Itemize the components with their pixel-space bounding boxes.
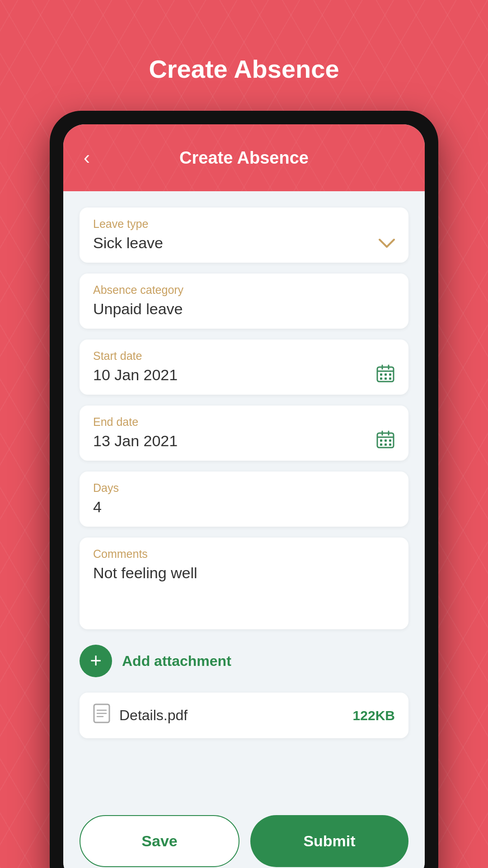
end-date-value: 13 Jan 2021 [93,432,395,450]
file-document-icon [93,703,110,727]
add-attachment-row: + Add attachment [80,640,408,682]
svg-rect-18 [385,443,387,446]
svg-rect-14 [380,439,382,442]
leave-type-label: Leave type [93,217,395,231]
start-date-label: Start date [93,349,395,363]
end-date-label: End date [93,415,395,429]
save-button[interactable]: Save [80,815,239,867]
svg-rect-19 [389,443,391,446]
submit-button[interactable]: Submit [250,815,408,867]
calendar-icon[interactable] [376,364,395,385]
absence-category-value: Unpaid leave [93,300,395,318]
file-name: Details.pdf [119,707,344,724]
add-attachment-label: Add attachment [122,653,231,670]
comments-field[interactable]: Comments Not feeling well [80,538,408,629]
phone-screen: ‹ Create Absence Leave type Sick leave A… [63,124,425,868]
file-size: 122KB [353,708,395,723]
svg-rect-8 [385,377,387,380]
svg-rect-4 [380,373,382,376]
form-area: Leave type Sick leave Absence category U… [63,191,425,802]
start-date-value: 10 Jan 2021 [93,366,395,384]
days-field[interactable]: Days 4 [80,472,408,527]
svg-rect-15 [385,439,387,442]
start-date-field[interactable]: Start date 10 Jan 2021 [80,340,408,395]
back-button[interactable]: ‹ [81,146,97,170]
phone-frame: ‹ Create Absence Leave type Sick leave A… [50,111,438,868]
days-label: Days [93,481,395,495]
svg-rect-17 [380,443,382,446]
leave-type-field[interactable]: Leave type Sick leave [80,208,408,263]
absence-category-field[interactable]: Absence category Unpaid leave [80,274,408,329]
page-title: Create Absence [149,54,339,84]
file-attachment[interactable]: Details.pdf 122KB [80,693,408,738]
comments-label: Comments [93,547,395,561]
calendar-icon-end[interactable] [376,430,395,451]
plus-icon: + [90,651,102,670]
svg-rect-7 [380,377,382,380]
comments-value: Not feeling well [93,564,395,618]
chevron-down-icon [379,236,395,252]
bottom-buttons: Save Submit [63,802,425,868]
app-header: ‹ Create Absence [63,124,425,191]
svg-rect-6 [389,373,391,376]
days-value: 4 [93,498,395,516]
end-date-field[interactable]: End date 13 Jan 2021 [80,406,408,461]
leave-type-value: Sick leave [93,234,395,252]
add-attachment-button[interactable]: + [80,645,112,677]
absence-category-label: Absence category [93,283,395,297]
header-title: Create Absence [179,148,309,168]
svg-rect-16 [389,439,391,442]
svg-rect-5 [385,373,387,376]
svg-rect-9 [389,377,391,380]
